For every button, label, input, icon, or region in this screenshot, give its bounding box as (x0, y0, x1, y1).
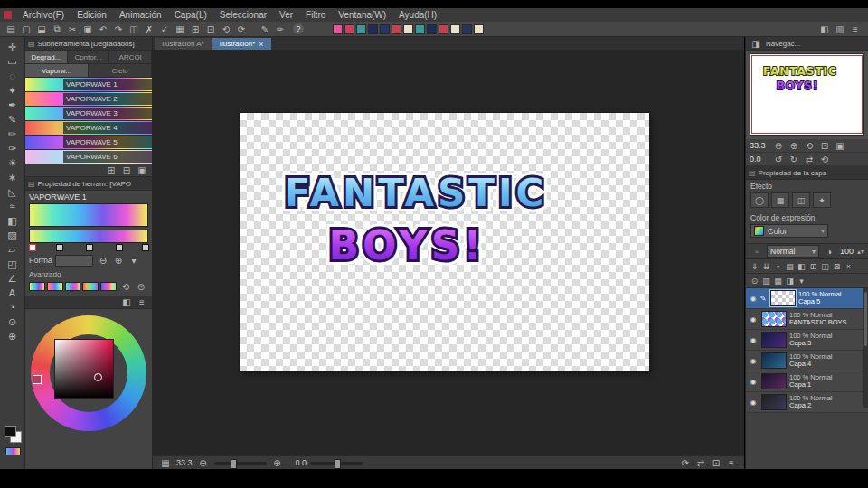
layer-row-capa-2[interactable]: ◉ 100 % NormalCapa 2 (746, 392, 868, 413)
nav-actual-size-icon[interactable]: ▣ (833, 139, 847, 152)
balloon-icon[interactable]: ◔ (4, 300, 22, 314)
undo-icon[interactable]: ↶ (96, 23, 110, 35)
copy-icon[interactable]: ⧉ (50, 23, 64, 35)
pen-icon[interactable]: ✒ (4, 98, 22, 112)
gradient-preview[interactable] (29, 203, 148, 227)
add-subtool-icon[interactable]: ⊞ (104, 164, 118, 177)
layer-list-scrollbar[interactable] (863, 288, 868, 408)
cut-icon[interactable]: ✂ (65, 23, 80, 35)
close-icon[interactable]: × (259, 40, 263, 49)
tool-property-header[interactable]: ▤ Propiedad de herram. [VAPO (25, 177, 152, 191)
clear-icon[interactable]: ◫ (127, 23, 141, 35)
eraser-icon[interactable]: ◺ (4, 184, 22, 199)
variation-chip[interactable] (65, 282, 81, 291)
menu-animacion[interactable]: Animación (113, 10, 168, 20)
marquee-icon[interactable]: ▭ (4, 54, 22, 69)
list-menu-icon[interactable]: ≡ (848, 23, 863, 35)
palette-dock-icon[interactable]: ▥ (833, 23, 847, 35)
nav-zoom-out-icon[interactable]: ⊖ (771, 139, 786, 152)
tab-vaporwave-group[interactable]: Vaporw... (25, 64, 89, 77)
scrollbar-thumb[interactable] (864, 292, 867, 346)
new-file-icon[interactable]: ▢ (19, 23, 33, 35)
layer-name[interactable]: Capa 1 (789, 381, 833, 389)
brush-icon[interactable]: ✑ (4, 141, 22, 155)
figure-icon[interactable]: ▱ (4, 242, 22, 257)
decoration-icon[interactable]: ∗ (4, 170, 22, 184)
gradient-stop-handle[interactable] (86, 244, 93, 251)
layer-row-capa-4[interactable]: ◉ 100 % NormalCapa 4 (746, 351, 868, 371)
color-swatch[interactable] (344, 24, 354, 34)
layer-row-capa-1[interactable]: ◉ 100 % NormalCapa 1 (746, 371, 868, 392)
preset-vaporwave-1[interactable]: VAPORWAVE 1 (25, 78, 152, 92)
layer-palette-b-icon[interactable]: ▦ (772, 275, 784, 286)
navigator-view-rect[interactable] (751, 55, 863, 134)
gradient-stop-handle[interactable] (29, 244, 36, 251)
fit-screen-icon[interactable]: ▦ (158, 456, 173, 469)
remove-subtool-icon[interactable]: ⊟ (119, 164, 134, 177)
gradient-stop-handle[interactable] (142, 244, 149, 251)
eye-icon[interactable]: ◉ (748, 399, 759, 407)
frame-icon[interactable]: ◰ (4, 257, 22, 271)
nav-rotate-right-icon[interactable]: ↻ (787, 153, 801, 165)
layer-thumbnail[interactable] (761, 394, 787, 410)
color-swatch[interactable] (368, 24, 378, 34)
redo-icon[interactable]: ↷ (111, 23, 126, 35)
eye-icon[interactable]: ◉ (748, 336, 759, 344)
subtool-panel-header[interactable]: ▤ Subherramienta [Degradados] (25, 37, 152, 51)
color-swatch[interactable] (415, 24, 425, 34)
preset-vaporwave-6[interactable]: VAPORWAVE 6 (25, 150, 152, 164)
rotate-right-icon[interactable]: ⟳ (234, 23, 249, 35)
extract-line-effect-icon[interactable]: ✦ (813, 192, 831, 208)
color-wheel-header[interactable]: ◧≡ (25, 296, 152, 309)
gradient-stop-handle[interactable] (116, 244, 123, 251)
menu-filtro[interactable]: Filtro (299, 10, 332, 20)
loupe-plus-icon[interactable]: ⊕ (111, 254, 126, 267)
border-effect-icon[interactable]: ◯ (750, 192, 769, 208)
fullscreen-icon[interactable]: ⊡ (709, 456, 723, 469)
tab-contorno[interactable]: Contor... (68, 51, 110, 63)
color-swatch[interactable] (462, 24, 472, 34)
panel-menu-icon[interactable]: ▤ (28, 40, 35, 48)
canvas[interactable]: FANTASTIC FANTASTIC BOYS! BOYS! (240, 113, 649, 371)
save-icon[interactable]: ⬓ (34, 23, 49, 35)
layer-thumbnail[interactable] (761, 311, 787, 327)
zoom-slider-thumb[interactable] (231, 459, 237, 469)
layer-name[interactable]: Capa 3 (789, 340, 833, 347)
workspace-icon[interactable]: ◧ (817, 23, 832, 35)
layer-row-capa-5[interactable]: ◉ ✎ 100 % NormalCapa 5 (746, 288, 868, 309)
menu-seleccionar[interactable]: Seleccionar (213, 10, 273, 20)
tab-degradado[interactable]: Degrad... (25, 51, 68, 63)
layer-color-effect-icon[interactable]: ◫ (792, 192, 810, 208)
menu-edicion[interactable]: Edición (71, 10, 113, 20)
blend-mode-select[interactable]: Normal ▾ (767, 245, 819, 258)
layer-name[interactable]: FANTASTIC BOYS (789, 319, 847, 326)
preset-vaporwave-2[interactable]: VAPORWAVE 2 (25, 92, 152, 107)
ruler-tool-icon[interactable]: ∠ (4, 271, 22, 286)
menu-capa[interactable]: Capa(L) (168, 10, 213, 20)
preset-vaporwave-3[interactable]: VAPORWAVE 3 (25, 107, 152, 121)
pencil-icon[interactable]: ✎ (4, 112, 22, 127)
nav-dock-icon[interactable]: ◨ (749, 37, 763, 50)
text-icon[interactable]: A (4, 286, 22, 300)
variation-chip[interactable] (100, 282, 117, 291)
hue-handle[interactable] (33, 375, 42, 384)
advanced-label[interactable]: Avanzado (25, 269, 152, 279)
color-swatch[interactable] (380, 24, 390, 34)
wheel-menu-icon[interactable]: ≡ (135, 296, 149, 308)
doc-tab-ilustracion-a[interactable]: Ilustración A* (155, 38, 212, 50)
color-swatch[interactable] (427, 24, 437, 34)
gradient-stop-bar[interactable] (29, 230, 148, 243)
variation-chip[interactable] (29, 282, 45, 291)
nav-rotate-reset-icon[interactable]: ⟲ (817, 153, 832, 165)
marker-icon[interactable]: ✏ (4, 127, 22, 141)
flip-horizontal-icon[interactable]: ⇄ (693, 456, 708, 469)
rotation-slider[interactable] (310, 462, 363, 465)
menu-archivo[interactable]: Archivo(F) (16, 10, 71, 20)
reset-gradient-icon[interactable]: ⟲ (118, 280, 133, 293)
help-icon[interactable]: ? (293, 23, 304, 34)
shape-dropdown[interactable] (55, 255, 93, 267)
layer-name[interactable]: Capa 4 (789, 361, 833, 368)
lasso-icon[interactable]: ◌ (4, 69, 22, 83)
layer-property-header[interactable]: ▤ Propiedad de la capa (746, 166, 868, 180)
blend-icon[interactable]: ≈ (4, 199, 22, 213)
